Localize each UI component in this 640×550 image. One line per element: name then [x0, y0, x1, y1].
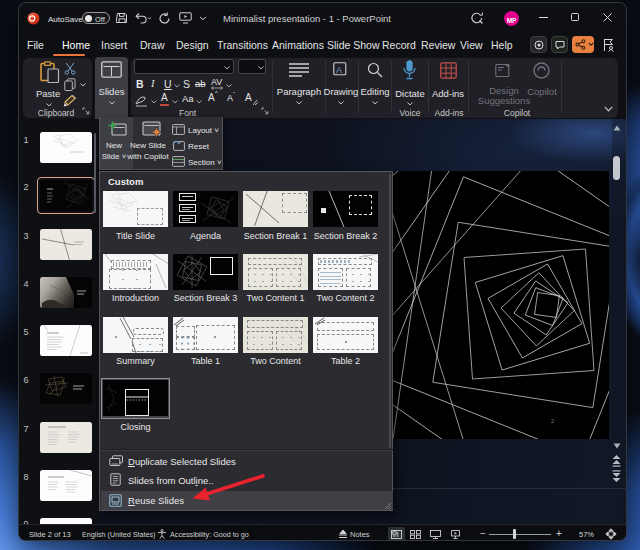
svg-text:2: 2 [551, 418, 555, 424]
svg-text:A: A [336, 65, 342, 75]
